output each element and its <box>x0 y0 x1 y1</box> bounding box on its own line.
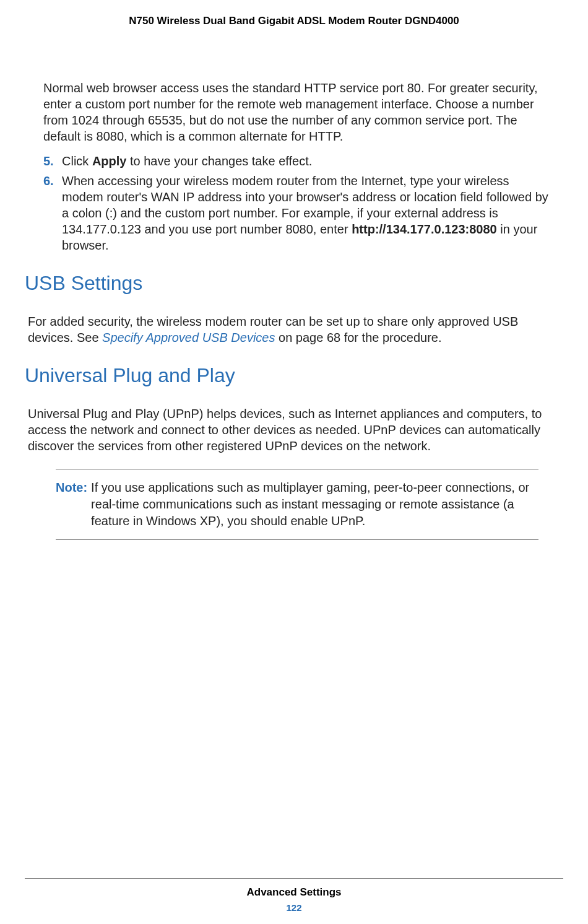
intro-paragraph: Normal web browser access uses the stand… <box>43 80 551 144</box>
list-body: When accessing your wireless modem route… <box>62 173 551 253</box>
page-content: Normal web browser access uses the stand… <box>0 80 588 540</box>
text-suffix: to have your changes take effect. <box>126 154 312 168</box>
list-body: Click Apply to have your changes take ef… <box>62 153 551 169</box>
note-text: If you use applications such as multipla… <box>91 479 538 530</box>
usb-para-suffix: on page 68 for the procedure. <box>275 331 441 344</box>
note-box: Note: If you use applications such as mu… <box>56 469 538 540</box>
text-prefix: Click <box>62 154 92 168</box>
numbered-list: 5. Click Apply to have your changes take… <box>43 153 551 253</box>
upnp-paragraph: Universal Plug and Play (UPnP) helps dev… <box>28 406 551 454</box>
note-label: Note: <box>56 479 87 530</box>
footer-section: Advanced Settings <box>25 886 563 899</box>
page-header: N750 Wireless Dual Band Gigabit ADSL Mod… <box>0 0 588 27</box>
specify-approved-usb-link[interactable]: Specify Approved USB Devices <box>102 331 275 344</box>
usb-paragraph: For added security, the wireless modem r… <box>28 313 551 346</box>
bold-apply: Apply <box>92 154 127 168</box>
list-item-5: 5. Click Apply to have your changes take… <box>43 153 551 169</box>
footer-page-number: 122 <box>25 902 563 913</box>
list-number: 5. <box>43 153 62 169</box>
page-header-title: N750 Wireless Dual Band Gigabit ADSL Mod… <box>129 15 459 27</box>
usb-settings-heading: USB Settings <box>25 272 551 295</box>
page-footer: Advanced Settings 122 <box>25 878 563 913</box>
upnp-heading: Universal Plug and Play <box>25 364 551 387</box>
bold-url: http://134.177.0.123:8080 <box>352 222 497 236</box>
list-number: 6. <box>43 173 62 253</box>
list-item-6: 6. When accessing your wireless modem ro… <box>43 173 551 253</box>
